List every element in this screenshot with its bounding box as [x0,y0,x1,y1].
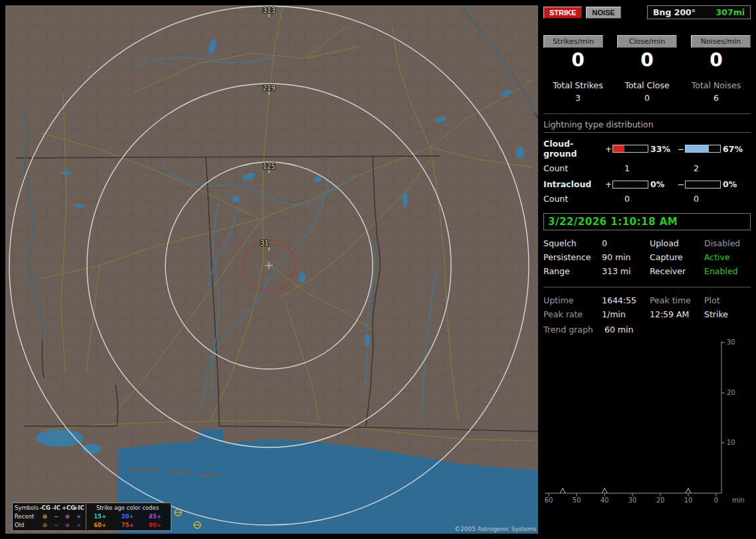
pos-cg-old-icon: ⊕ [62,521,73,530]
legend-symbols-title: Symbols [15,504,39,512]
total-close-label: Total Close [613,80,682,90]
divider [543,114,751,114]
peak-time-label: Peak time [650,295,704,305]
intracloud-label: Intracloud [543,179,605,189]
ic-positive-pct: 0% [648,179,677,189]
trend-graph-row: Trend graph 60 min [543,325,751,335]
ic-negative-bar [685,181,721,189]
ic-negative-count: 0 [674,194,743,204]
map-canvas: 313 219 125 31 [5,5,538,534]
strikes-per-min-button[interactable]: Strikes/min [543,35,603,48]
distribution-title: Lightning type distribution [543,119,751,133]
map-view[interactable]: 313 219 125 31 Symbols -CG -IC +CG +IC S… [5,5,538,534]
svg-text:10: 10 [684,497,693,504]
uptime-value: 1644:55 [602,295,650,305]
trend-y-tick-labels: 30 20 10 [727,339,735,446]
neg-cg-old-icon: ⊖ [39,521,50,530]
svg-text:50: 50 [573,497,581,504]
ic-positive-count: 0 [605,194,674,204]
age-code: 15+ [86,512,114,521]
legend-col-neg-cg: -CG [39,504,50,512]
trend-chart: 30 20 10 60 50 40 30 20 10 0 min [543,337,751,504]
capture-label: Capture [650,252,704,262]
minus-sign: − [677,179,685,189]
cg-negative-bar [685,145,721,153]
bearing-readout: Bng 200° 307mi [647,5,751,19]
age-codes-recent: 15+ 30+ 45+ [86,512,169,521]
svg-text:10: 10 [727,439,735,446]
strike-toggle-button[interactable]: STRIKE [543,7,582,19]
plus-sign: + [605,144,613,154]
neg-ic-old-icon: − [50,521,62,530]
range-label: Range [543,266,602,276]
intracloud-count-row: Count 0 0 [543,194,751,204]
minus-sign: − [677,144,685,154]
svg-text:40: 40 [601,497,609,504]
svg-text:60: 60 [545,497,553,504]
total-strikes-label: Total Strikes [543,80,613,90]
plot-value: Strike [704,309,751,319]
age-code: 30+ [114,512,141,521]
pos-cg-recent-icon: ⊕ [62,512,73,521]
legend-age-title: Strike age color codes [86,504,169,512]
range-label: 31 [260,240,269,247]
peak-rate-label: Peak rate [543,309,602,319]
peak-time-value: 12:59 AM [650,309,704,319]
cloud-ground-count-row: Count 1 2 [543,163,751,173]
cg-positive-pct: 33% [648,144,677,154]
cg-negative-count: 2 [674,163,743,173]
ic-negative-pct: 0% [721,179,749,189]
age-codes-old: 60+ 75+ 90+ [86,521,169,530]
total-strikes-value: 3 [543,93,613,103]
legend-col-pos-ic: +IC [73,504,84,512]
divider [543,287,751,287]
svg-text:30: 30 [727,339,735,346]
count-label: Count [543,163,605,173]
trend-spikes [560,489,691,494]
noises-per-min-value: 0 [682,49,751,71]
svg-text:20: 20 [727,389,735,396]
nexstorm-window: 313 219 125 31 Symbols -CG -IC +CG +IC S… [0,0,756,539]
strikes-per-min-value: 0 [543,49,613,71]
plus-sign: + [605,179,613,189]
age-code: 75+ [114,521,141,530]
cg-positive-bar [613,145,648,153]
trend-spike [560,489,565,494]
svg-text:0: 0 [714,497,718,504]
neg-cg-recent-icon: ⊖ [39,512,50,521]
trend-spike [602,489,607,494]
persistence-label: Persistence [543,252,602,262]
close-per-min-value: 0 [613,49,682,71]
range-label: 313 [262,7,275,14]
noises-per-min-button[interactable]: Noises/min [691,35,751,48]
upload-value: Disabled [704,238,751,248]
legend-row-recent: Recent [15,512,39,521]
uptime-stats-table: Uptime 1644:55 Peak time Plot Peak rate … [543,295,751,319]
clock-display: 3/22/2026 1:10:18 AM [543,213,751,230]
receiver-settings-table: Squelch 0 Upload Disabled Persistence 90… [543,238,751,276]
intracloud-row: Intracloud + 0% − 0% [543,179,751,189]
status-panel: STRIKE NOISE Bng 200° 307mi Strikes/min … [543,5,751,534]
cloud-ground-label: Cloud-ground [543,139,605,159]
plot-label: Plot [704,295,751,305]
cg-positive-count: 1 [605,163,674,173]
close-per-min-button[interactable]: Close/min [617,35,677,48]
age-code: 90+ [142,521,169,530]
squelch-value: 0 [602,238,650,248]
uptime-label: Uptime [543,295,602,305]
legend-row-old: Old [15,521,39,530]
strike-legend: Symbols -CG -IC +CG +IC Strike age color… [12,502,171,531]
age-code: 60+ [86,521,114,530]
cg-negative-pct: 67% [721,144,749,154]
range-label: 125 [262,163,275,170]
copyright-text: ©2005 Astrogenic Systems [454,526,537,532]
squelch-label: Squelch [543,238,602,248]
pos-ic-old-icon: + [73,521,84,530]
legend-col-neg-ic: -IC [50,504,62,512]
age-code: 45+ [142,512,169,521]
svg-text:20: 20 [656,497,665,504]
noise-toggle-button[interactable]: NOISE [586,7,620,19]
range-label: 219 [262,84,275,92]
persistence-value: 90 min [602,252,650,262]
svg-text:30: 30 [628,497,637,504]
